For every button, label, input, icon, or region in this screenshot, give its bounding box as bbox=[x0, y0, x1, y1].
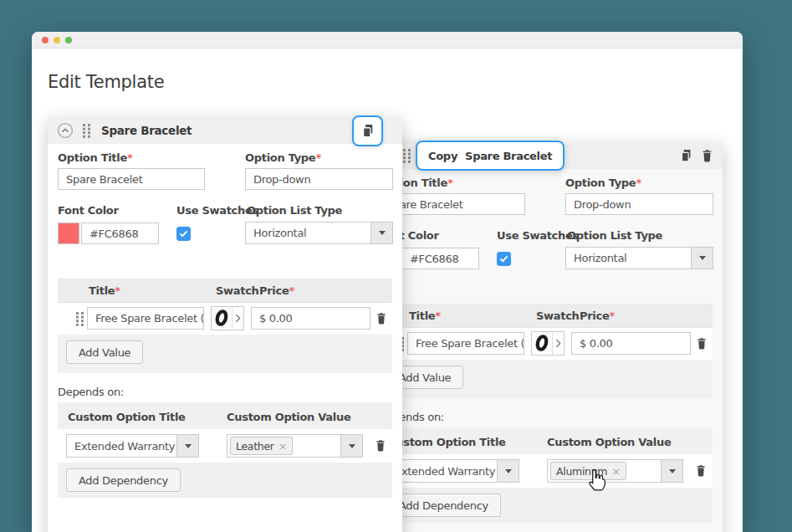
option-panel-original: Spare Bracelet Option Title* Spare Brace… bbox=[48, 117, 402, 532]
bracelet-swatch-image[interactable] bbox=[532, 332, 552, 354]
chevron-down-icon[interactable] bbox=[370, 223, 392, 243]
add-dependency-button[interactable]: Add Dependency bbox=[66, 468, 181, 492]
minimize-window-button[interactable] bbox=[54, 37, 60, 43]
dependency-section: Custom Option Title Custom Option Value … bbox=[378, 427, 713, 523]
chevron-right-icon[interactable] bbox=[232, 307, 243, 330]
delete-dependency-button[interactable] bbox=[693, 463, 708, 478]
dependency-title-value: Extended Warranty bbox=[67, 435, 176, 457]
browser-window: Edit Template Spare Bracelet Option Titl… bbox=[32, 32, 743, 532]
values-table-header: Title* Swatch Price* bbox=[378, 304, 713, 328]
page-title: Edit Template bbox=[48, 72, 164, 92]
delete-option-button[interactable] bbox=[699, 148, 714, 163]
bracelet-swatch-image[interactable] bbox=[212, 307, 232, 329]
chevron-down-icon[interactable] bbox=[176, 435, 198, 457]
col-swatch-label: Swatch bbox=[216, 284, 259, 297]
font-color-input[interactable]: #FC6868 bbox=[401, 248, 479, 269]
swatch-control[interactable] bbox=[531, 331, 565, 356]
option-list-type-label: Option List Type bbox=[567, 229, 662, 242]
option-list-type-select[interactable]: Horizontal bbox=[565, 247, 713, 269]
option-list-type-select[interactable]: Horizontal bbox=[245, 222, 393, 244]
use-swatches-checkbox[interactable] bbox=[176, 227, 191, 241]
option-list-type-label: Option List Type bbox=[247, 204, 342, 217]
font-color-input[interactable]: #FC6868 bbox=[81, 223, 159, 244]
collapse-icon[interactable] bbox=[57, 122, 74, 139]
chevron-down-icon[interactable] bbox=[497, 460, 519, 482]
dependency-title-value: Extended Warranty bbox=[387, 460, 497, 482]
col-price-label: Price bbox=[259, 284, 289, 297]
chevron-down-icon[interactable] bbox=[340, 435, 362, 457]
col-title-label: Title bbox=[409, 309, 435, 322]
option-title-label: Option Title bbox=[58, 151, 127, 164]
col-swatch-label: Swatch bbox=[536, 309, 580, 322]
required-mark: * bbox=[636, 176, 641, 189]
values-table-header: Title* Swatch Price* bbox=[58, 279, 392, 303]
delete-value-button[interactable] bbox=[374, 311, 389, 326]
dependency-value-tag: Leather × bbox=[230, 437, 293, 455]
row-drag-handle-icon[interactable] bbox=[76, 312, 84, 326]
window-titlebar bbox=[32, 32, 743, 49]
delete-value-button[interactable] bbox=[694, 336, 709, 351]
option-type-input[interactable]: Drop-down bbox=[245, 168, 393, 190]
option-type-label: Option Type bbox=[245, 151, 315, 164]
values-section: Title* Swatch Price* Free Spare Bracelet… bbox=[58, 279, 392, 373]
dependency-value-multiselect[interactable]: Aluminum × bbox=[547, 459, 683, 483]
close-window-button[interactable] bbox=[42, 37, 49, 43]
swatch-control[interactable] bbox=[211, 306, 244, 330]
panel-header: Spare Bracelet bbox=[48, 117, 402, 144]
chevron-down-icon[interactable] bbox=[661, 460, 682, 482]
chevron-right-icon[interactable] bbox=[552, 332, 564, 355]
use-swatches-checkbox[interactable] bbox=[497, 252, 511, 266]
copy-drag-tooltip: Copy Spare Bracelet bbox=[416, 141, 565, 171]
value-title-input[interactable]: Free Spare Bracelet (Bl bbox=[87, 307, 204, 330]
option-panel-copy: Spare Bracelet Option Title* Spare Brace… bbox=[368, 142, 723, 532]
dependency-row: Extended Warranty Aluminum × bbox=[378, 454, 713, 488]
font-color-swatch[interactable] bbox=[58, 223, 79, 244]
depends-on-label: Depends on: bbox=[58, 386, 124, 398]
dependency-title-select[interactable]: Extended Warranty bbox=[386, 459, 519, 483]
col-title-label: Title bbox=[89, 284, 115, 297]
option-type-input[interactable]: Drop-down bbox=[565, 193, 713, 215]
col-custom-option-title: Custom Option Title bbox=[388, 436, 506, 448]
option-list-type-value: Horizontal bbox=[246, 223, 370, 243]
page-background: { "ui": { "required": "*" }, "page": { "… bbox=[0, 0, 792, 532]
dependency-row: Extended Warranty Leather × bbox=[58, 429, 392, 463]
remove-tag-icon[interactable]: × bbox=[278, 441, 288, 452]
copy-option-button-focused[interactable] bbox=[352, 115, 383, 146]
value-title-input[interactable]: Free Spare Bracelet (Bl bbox=[407, 332, 524, 355]
option-type-label: Option Type bbox=[565, 176, 636, 189]
tooltip-option-name: Spare Bracelet bbox=[465, 150, 552, 162]
dependency-title-select[interactable]: Extended Warranty bbox=[66, 434, 199, 458]
value-price-input[interactable]: $ 0.00 bbox=[571, 332, 691, 355]
zoom-window-button[interactable] bbox=[65, 37, 72, 43]
drag-handle-icon[interactable] bbox=[403, 149, 411, 163]
col-custom-option-title: Custom Option Title bbox=[68, 411, 186, 423]
value-price-input[interactable]: $ 0.00 bbox=[251, 307, 370, 330]
add-value-button[interactable]: Add Value bbox=[66, 340, 143, 364]
required-mark: * bbox=[447, 176, 453, 189]
copy-option-button[interactable] bbox=[678, 148, 693, 163]
add-dependency-button[interactable]: Add Dependency bbox=[386, 494, 501, 517]
dependency-value-multiselect[interactable]: Leather × bbox=[227, 434, 363, 458]
required-mark: * bbox=[127, 151, 133, 164]
font-color-label: Font Color bbox=[58, 204, 119, 217]
dependency-section: Custom Option Title Custom Option Value … bbox=[58, 402, 392, 498]
required-mark: * bbox=[315, 151, 321, 164]
value-row: Free Spare Bracelet (Bl $ 0.00 bbox=[58, 303, 392, 335]
panel-title: Spare Bracelet bbox=[101, 124, 192, 137]
option-list-type-value: Horizontal bbox=[566, 248, 691, 269]
tooltip-action: Copy bbox=[428, 150, 457, 162]
drag-handle-icon[interactable] bbox=[83, 124, 91, 138]
option-title-input[interactable]: Spare Bracelet bbox=[58, 168, 205, 190]
hand-cursor-icon bbox=[586, 468, 609, 497]
chevron-down-icon[interactable] bbox=[691, 248, 713, 269]
col-custom-option-value: Custom Option Value bbox=[547, 436, 671, 448]
remove-tag-icon[interactable]: × bbox=[611, 466, 621, 477]
delete-dependency-button[interactable] bbox=[373, 438, 388, 453]
col-custom-option-value: Custom Option Value bbox=[227, 411, 350, 423]
value-row: Free Spare Bracelet (Bl $ 0.00 bbox=[378, 328, 713, 360]
values-section: Title* Swatch Price* Free Spare Bracelet… bbox=[378, 304, 713, 398]
col-price-label: Price bbox=[580, 309, 609, 322]
